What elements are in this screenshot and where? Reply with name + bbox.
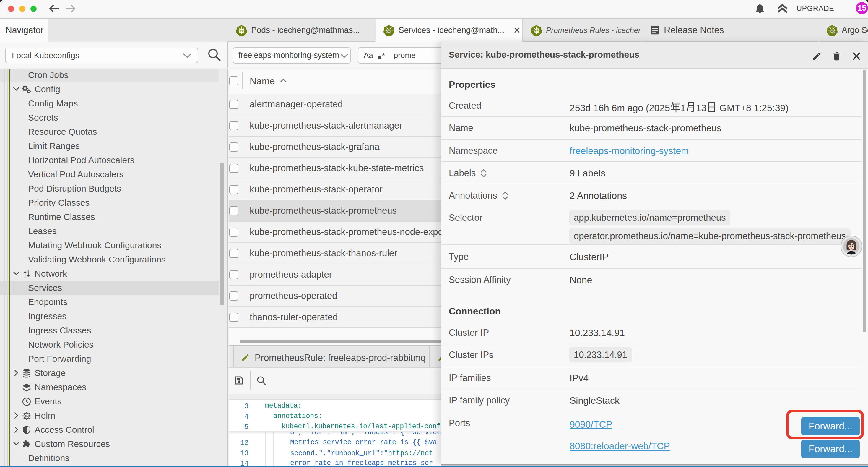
svg-text:HELM: HELM [23,415,30,417]
svg-text:*: * [382,51,385,61]
